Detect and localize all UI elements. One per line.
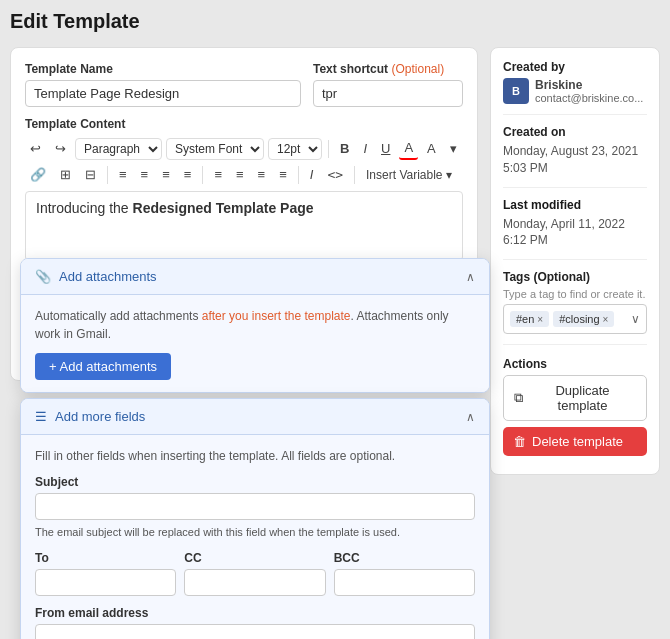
size-select[interactable]: 12pt bbox=[268, 138, 322, 160]
toolbar-divider-3 bbox=[202, 166, 203, 184]
tag-closing-text: #closing bbox=[559, 313, 599, 325]
toolbar-row-1: ↩ ↪ Paragraph System Font 12pt B I U A A… bbox=[25, 137, 463, 160]
toolbar-divider-2 bbox=[107, 166, 108, 184]
tag-closing-remove[interactable]: × bbox=[603, 314, 609, 325]
content-label: Template Content bbox=[25, 117, 463, 131]
floating-attachments-header[interactable]: 📎 Add attachments ∧ bbox=[21, 259, 489, 295]
content-text: Introducing the Redesigned Template Page bbox=[36, 200, 452, 216]
to-input[interactable] bbox=[35, 569, 176, 596]
image-button[interactable]: ⊞ bbox=[55, 164, 76, 185]
italic2-button[interactable]: I bbox=[305, 164, 319, 185]
created-on-label: Created on bbox=[503, 125, 647, 139]
tags-label: Tags (Optional) bbox=[503, 270, 647, 284]
bcc-label: BCC bbox=[334, 551, 475, 565]
align-right-button[interactable]: ≡ bbox=[157, 164, 175, 185]
paragraph-select[interactable]: Paragraph bbox=[75, 138, 162, 160]
align-left-button[interactable]: ≡ bbox=[114, 164, 132, 185]
add-attachments-btn[interactable]: + Add attachments bbox=[35, 353, 171, 380]
last-modified-value: Monday, April 11, 20226:12 PM bbox=[503, 216, 647, 250]
tag-en-remove[interactable]: × bbox=[537, 314, 543, 325]
actions-label: Actions bbox=[503, 357, 647, 371]
fields-description: Fill in other fields when inserting the … bbox=[35, 447, 475, 465]
tags-section: Tags (Optional) Type a tag to find or cr… bbox=[503, 270, 647, 334]
subject-input[interactable] bbox=[35, 493, 475, 520]
attach-header-icon: 📎 bbox=[35, 269, 51, 284]
creator-email: contact@briskine.co... bbox=[535, 92, 643, 104]
attach-header-label: Add attachments bbox=[59, 269, 157, 284]
highlight-button[interactable]: A bbox=[422, 138, 441, 159]
add-attachments-btn-label: + Add attachments bbox=[49, 359, 157, 374]
tag-en-text: #en bbox=[516, 313, 534, 325]
subject-label: Subject bbox=[35, 475, 475, 489]
list-ordered-button[interactable]: ≡ bbox=[231, 164, 249, 185]
list-unordered-button[interactable]: ≡ bbox=[209, 164, 227, 185]
from-group: From email address Automatically sets th… bbox=[35, 606, 475, 640]
fields-body: Fill in other fields when inserting the … bbox=[21, 435, 489, 639]
delete-button[interactable]: 🗑 Delete template bbox=[503, 427, 647, 456]
to-label: To bbox=[35, 551, 176, 565]
toolbar-divider-1 bbox=[328, 140, 329, 158]
toolbar-divider-4 bbox=[298, 166, 299, 184]
from-label: From email address bbox=[35, 606, 475, 620]
delete-label: Delete template bbox=[532, 434, 623, 449]
last-modified-label: Last modified bbox=[503, 198, 647, 212]
redo-button[interactable]: ↪ bbox=[50, 138, 71, 159]
table-button[interactable]: ⊟ bbox=[80, 164, 101, 185]
floating-attachments-body: Automatically add attachments after you … bbox=[21, 295, 489, 392]
duplicate-button[interactable]: ⧉ Duplicate template bbox=[503, 375, 647, 421]
template-name-input[interactable] bbox=[25, 80, 301, 107]
undo-button[interactable]: ↩ bbox=[25, 138, 46, 159]
recipients-row: To CC BCC bbox=[35, 551, 475, 606]
created-by-label: Created by bbox=[503, 60, 647, 74]
floating-attachments-panel: 📎 Add attachments ∧ Automatically add at… bbox=[20, 258, 490, 393]
attach-highlight: after you insert the template bbox=[202, 309, 351, 323]
insert-variable-button[interactable]: Insert Variable ▾ bbox=[361, 165, 457, 185]
cc-label: CC bbox=[184, 551, 325, 565]
from-input[interactable] bbox=[35, 624, 475, 640]
code-button[interactable]: <> bbox=[322, 164, 348, 185]
text-shortcut-label: Text shortcut (Optional) bbox=[313, 62, 463, 76]
bold-button[interactable]: B bbox=[335, 138, 354, 159]
fields-header-label: Add more fields bbox=[55, 409, 145, 424]
link-button[interactable]: 🔗 bbox=[25, 164, 51, 185]
tag-chip-closing: #closing × bbox=[553, 311, 614, 327]
floating-fields-panel: ☰ Add more fields ∧ Fill in other fields… bbox=[20, 398, 490, 639]
avatar: B bbox=[503, 78, 529, 104]
fields-header-icon: ☰ bbox=[35, 409, 47, 424]
template-name-label: Template Name bbox=[25, 62, 301, 76]
indent-less-button[interactable]: ≡ bbox=[253, 164, 271, 185]
duplicate-icon: ⧉ bbox=[514, 390, 523, 406]
metadata-card: Created by B Briskine contact@briskine.c… bbox=[490, 47, 660, 475]
template-content-area[interactable]: Introducing the Redesigned Template Page bbox=[25, 191, 463, 261]
optional-label: (Optional) bbox=[391, 62, 444, 76]
floating-fields-header[interactable]: ☰ Add more fields ∧ bbox=[21, 399, 489, 435]
subject-hint: The email subject will be replaced with … bbox=[35, 524, 475, 541]
cc-input[interactable] bbox=[184, 569, 325, 596]
italic-button[interactable]: I bbox=[358, 138, 372, 159]
bcc-input[interactable] bbox=[334, 569, 475, 596]
creator-name: Briskine bbox=[535, 78, 643, 92]
align-justify-button[interactable]: ≡ bbox=[179, 164, 197, 185]
created-on-value: Monday, August 23, 20215:03 PM bbox=[503, 143, 647, 177]
fields-chevron-icon: ∧ bbox=[466, 410, 475, 424]
font-select[interactable]: System Font bbox=[166, 138, 264, 160]
toolbar-row-2: 🔗 ⊞ ⊟ ≡ ≡ ≡ ≡ ≡ ≡ ≡ ≡ I <> Insert Variab… bbox=[25, 164, 463, 185]
tag-chip-en: #en × bbox=[510, 311, 549, 327]
font-color-button[interactable]: A bbox=[399, 137, 418, 160]
subject-group: Subject The email subject will be replac… bbox=[35, 475, 475, 541]
attach-description: Automatically add attachments after you … bbox=[35, 307, 475, 343]
actions-section: Actions ⧉ Duplicate template 🗑 Delete te… bbox=[503, 357, 647, 456]
right-panel: Created by B Briskine contact@briskine.c… bbox=[490, 47, 660, 475]
tags-chevron-icon: ∨ bbox=[631, 312, 640, 326]
more-toolbar[interactable]: ▾ bbox=[445, 138, 462, 159]
toolbar-divider-5 bbox=[354, 166, 355, 184]
duplicate-label: Duplicate template bbox=[529, 383, 636, 413]
underline-button[interactable]: U bbox=[376, 138, 395, 159]
indent-more-button[interactable]: ≡ bbox=[274, 164, 292, 185]
tags-hint: Type a tag to find or create it. bbox=[503, 288, 647, 300]
tags-input-area[interactable]: #en × #closing × ∨ bbox=[503, 304, 647, 334]
attach-chevron-icon: ∧ bbox=[466, 270, 475, 284]
align-center-button[interactable]: ≡ bbox=[136, 164, 154, 185]
page-title: Edit Template bbox=[10, 10, 660, 33]
text-shortcut-input[interactable] bbox=[313, 80, 463, 107]
